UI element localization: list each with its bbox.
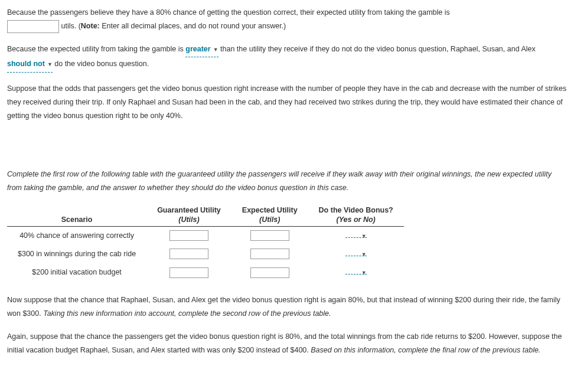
table-row: $300 in winnings during the cab ride ▼ xyxy=(7,245,404,263)
header-do-bonus: Do the Video Bonus?(Yes or No) xyxy=(308,204,404,226)
header-text: Guaranteed Utility xyxy=(157,206,221,214)
header-expected-utility: Expected Utility(Utils) xyxy=(231,204,308,226)
paragraph-comparison: Because the expected utility from taking… xyxy=(7,43,567,72)
note-label: Note: xyxy=(81,22,100,30)
expected-utility-cell xyxy=(231,245,308,263)
paragraph-second-row: Now suppose that the chance that Raphael… xyxy=(7,293,567,321)
guaranteed-utility-input[interactable] xyxy=(169,249,208,259)
header-text: Scenario xyxy=(61,215,93,224)
caret-down-icon: ▼ xyxy=(361,270,367,276)
text-segment: Enter all decimal places, and do not rou… xyxy=(100,22,286,30)
expected-utility-input[interactable] xyxy=(250,267,289,278)
header-guaranteed-utility: Guaranteed Utility(Utils) xyxy=(146,204,231,226)
header-text: Do the Video Bonus? xyxy=(319,206,393,214)
header-subtext: (Yes or No) xyxy=(319,215,393,224)
guaranteed-utility-cell xyxy=(146,226,231,245)
greater-less-dropdown[interactable]: greater▼ xyxy=(185,43,218,57)
guaranteed-utility-cell xyxy=(146,245,231,263)
paragraph-odds-explanation: Suppose that the odds that passengers ge… xyxy=(7,82,567,123)
do-bonus-dropdown[interactable]: ▼ xyxy=(345,266,367,275)
text-segment: do the video bonus question. xyxy=(53,60,149,68)
scenario-cell: 40% chance of answering correctly xyxy=(7,226,146,245)
text-segment: Because the passengers believe they have… xyxy=(7,8,450,17)
text-segment: Complete the first row of the following … xyxy=(7,170,552,192)
text-segment: Suppose that the odds that passengers ge… xyxy=(7,84,566,120)
header-scenario: Scenario xyxy=(7,204,146,226)
text-segment-italic: Based on this information, complete the … xyxy=(311,346,540,354)
guaranteed-utility-input[interactable] xyxy=(169,230,208,241)
do-bonus-cell: ▼ xyxy=(308,245,404,263)
should-dropdown[interactable]: should not▼ xyxy=(7,57,53,72)
caret-down-icon: ▼ xyxy=(361,251,367,257)
paragraph-gamble-utility: Because the passengers believe they have… xyxy=(7,6,567,33)
expected-utility-cell xyxy=(231,226,308,245)
header-subtext: (Utils) xyxy=(157,215,221,224)
text-segment-italic: Taking this new information into account… xyxy=(43,309,331,318)
header-subtext: (Utils) xyxy=(242,215,298,224)
guaranteed-utility-cell xyxy=(146,263,231,282)
header-text: Expected Utility xyxy=(242,206,298,214)
paragraph-final-row: Again, suppose that the chance the passe… xyxy=(7,330,567,357)
expected-utility-input[interactable] xyxy=(250,230,289,241)
dropdown-value: should not xyxy=(7,60,45,68)
scenario-cell: $300 in winnings during the cab ride xyxy=(7,245,146,263)
caret-down-icon: ▼ xyxy=(361,233,367,239)
do-bonus-cell: ▼ xyxy=(308,263,404,282)
scenario-cell: $200 initial vacation budget xyxy=(7,263,146,282)
utility-table: Scenario Guaranteed Utility(Utils) Expec… xyxy=(7,204,404,282)
table-header-row: Scenario Guaranteed Utility(Utils) Expec… xyxy=(7,204,404,226)
guaranteed-utility-input[interactable] xyxy=(169,267,208,278)
do-bonus-cell: ▼ xyxy=(308,226,404,245)
caret-down-icon: ▼ xyxy=(47,61,53,67)
dropdown-value: greater xyxy=(185,45,210,53)
text-segment: Because the expected utility from taking… xyxy=(7,45,185,53)
table-row: 40% chance of answering correctly ▼ xyxy=(7,226,404,245)
caret-down-icon: ▼ xyxy=(213,47,218,53)
expected-utility-input[interactable] xyxy=(250,249,289,259)
expected-utility-cell xyxy=(231,263,308,282)
do-bonus-dropdown[interactable]: ▼ xyxy=(345,247,367,256)
text-segment: utils. ( xyxy=(61,22,80,30)
expected-utility-input[interactable] xyxy=(7,20,59,33)
do-bonus-dropdown[interactable]: ▼ xyxy=(345,229,367,238)
paragraph-table-instruction: Complete the first row of the following … xyxy=(7,168,567,195)
text-segment: than the utility they receive if they do… xyxy=(218,45,536,53)
table-row: $200 initial vacation budget ▼ xyxy=(7,263,404,282)
